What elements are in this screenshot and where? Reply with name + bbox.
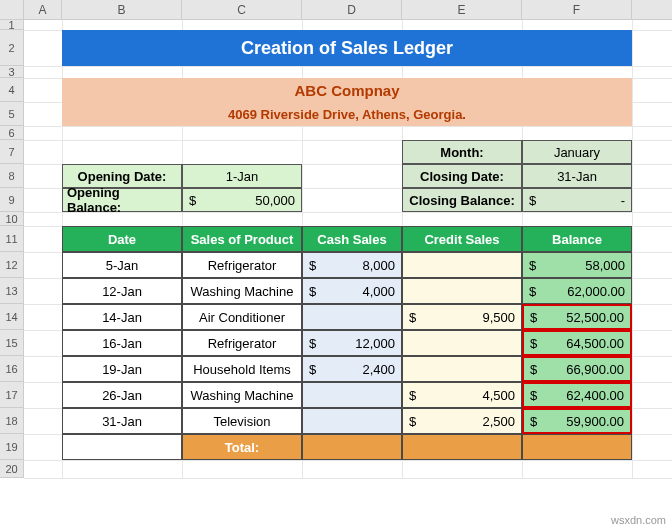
th-balance: Balance (522, 226, 632, 252)
cell-date-16[interactable]: 19-Jan (62, 356, 182, 382)
col-D[interactable]: D (302, 0, 402, 19)
opening-balance-label: Opening Balance: (62, 188, 182, 212)
row-16[interactable]: 16 (0, 356, 24, 382)
col-A[interactable]: A (24, 0, 62, 19)
row-5[interactable]: 5 (0, 102, 24, 126)
row-7[interactable]: 7 (0, 140, 24, 164)
th-product: Sales of Product (182, 226, 302, 252)
cells-grid[interactable]: Creation of Sales LedgerABC Compnay4069 … (24, 20, 672, 478)
cell-balance-16[interactable]: $66,900.00 (522, 356, 632, 382)
row-13[interactable]: 13 (0, 278, 24, 304)
col-E[interactable]: E (402, 0, 522, 19)
cell-credit-12[interactable] (402, 252, 522, 278)
col-C[interactable]: C (182, 0, 302, 19)
cell-product-14[interactable]: Air Conditioner (182, 304, 302, 330)
cell-balance-15[interactable]: $64,500.00 (522, 330, 632, 356)
cell-total-date[interactable] (62, 434, 182, 460)
cell-date-12[interactable]: 5-Jan (62, 252, 182, 278)
closing-balance-value[interactable]: $- (522, 188, 632, 212)
cell-product-15[interactable]: Refrigerator (182, 330, 302, 356)
cell-balance-13[interactable]: $62,000.00 (522, 278, 632, 304)
row-11[interactable]: 11 (0, 226, 24, 252)
total-credit[interactable] (402, 434, 522, 460)
cell-credit-13[interactable] (402, 278, 522, 304)
cell-balance-14[interactable]: $52,500.00 (522, 304, 632, 330)
cell-cash-16[interactable]: $2,400 (302, 356, 402, 382)
th-cash: Cash Sales (302, 226, 402, 252)
row-19[interactable]: 19 (0, 434, 24, 460)
th-credit: Credit Sales (402, 226, 522, 252)
cell-product-18[interactable]: Television (182, 408, 302, 434)
month-label: Month: (402, 140, 522, 164)
cell-balance-17[interactable]: $62,400.00 (522, 382, 632, 408)
opening-date-value[interactable]: 1-Jan (182, 164, 302, 188)
total-label: Total: (182, 434, 302, 460)
th-date: Date (62, 226, 182, 252)
select-all-corner[interactable] (0, 0, 24, 19)
watermark: wsxdn.com (611, 514, 666, 526)
cell-product-13[interactable]: Washing Machine (182, 278, 302, 304)
total-balance[interactable] (522, 434, 632, 460)
cell-credit-16[interactable] (402, 356, 522, 382)
row-8[interactable]: 8 (0, 164, 24, 188)
row-18[interactable]: 18 (0, 408, 24, 434)
row-15[interactable]: 15 (0, 330, 24, 356)
cell-date-15[interactable]: 16-Jan (62, 330, 182, 356)
row-3[interactable]: 3 (0, 66, 24, 78)
col-B[interactable]: B (62, 0, 182, 19)
row-2[interactable]: 2 (0, 30, 24, 66)
closing-date-value[interactable]: 31-Jan (522, 164, 632, 188)
page-title: Creation of Sales Ledger (62, 30, 632, 66)
column-headers: A B C D E F (0, 0, 672, 20)
row-4[interactable]: 4 (0, 78, 24, 102)
cell-balance-18[interactable]: $59,900.00 (522, 408, 632, 434)
month-value[interactable]: January (522, 140, 632, 164)
row-12[interactable]: 12 (0, 252, 24, 278)
closing-date-label: Closing Date: (402, 164, 522, 188)
col-F[interactable]: F (522, 0, 632, 19)
row-6[interactable]: 6 (0, 126, 24, 140)
company-address: 4069 Riverside Drive, Athens, Georgia. (62, 102, 632, 126)
row-14[interactable]: 14 (0, 304, 24, 330)
cell-cash-14[interactable] (302, 304, 402, 330)
cell-credit-15[interactable] (402, 330, 522, 356)
opening-balance-value[interactable]: $50,000 (182, 188, 302, 212)
closing-balance-label: Closing Balance: (402, 188, 522, 212)
row-1[interactable]: 1 (0, 20, 24, 30)
cell-date-14[interactable]: 14-Jan (62, 304, 182, 330)
cell-credit-14[interactable]: $9,500 (402, 304, 522, 330)
cell-cash-13[interactable]: $4,000 (302, 278, 402, 304)
company-name: ABC Compnay (62, 78, 632, 102)
cell-cash-12[interactable]: $8,000 (302, 252, 402, 278)
cell-cash-17[interactable] (302, 382, 402, 408)
cell-date-13[interactable]: 12-Jan (62, 278, 182, 304)
cell-date-17[interactable]: 26-Jan (62, 382, 182, 408)
row-headers: 1234567891011121314151617181920 (0, 20, 24, 478)
cell-product-17[interactable]: Washing Machine (182, 382, 302, 408)
cell-date-18[interactable]: 31-Jan (62, 408, 182, 434)
row-9[interactable]: 9 (0, 188, 24, 212)
cell-credit-18[interactable]: $2,500 (402, 408, 522, 434)
row-10[interactable]: 10 (0, 212, 24, 226)
cell-balance-12[interactable]: $58,000 (522, 252, 632, 278)
row-20[interactable]: 20 (0, 460, 24, 478)
cell-credit-17[interactable]: $4,500 (402, 382, 522, 408)
cell-product-16[interactable]: Household Items (182, 356, 302, 382)
row-17[interactable]: 17 (0, 382, 24, 408)
cell-product-12[interactable]: Refrigerator (182, 252, 302, 278)
cell-cash-18[interactable] (302, 408, 402, 434)
total-cash[interactable] (302, 434, 402, 460)
cell-cash-15[interactable]: $12,000 (302, 330, 402, 356)
